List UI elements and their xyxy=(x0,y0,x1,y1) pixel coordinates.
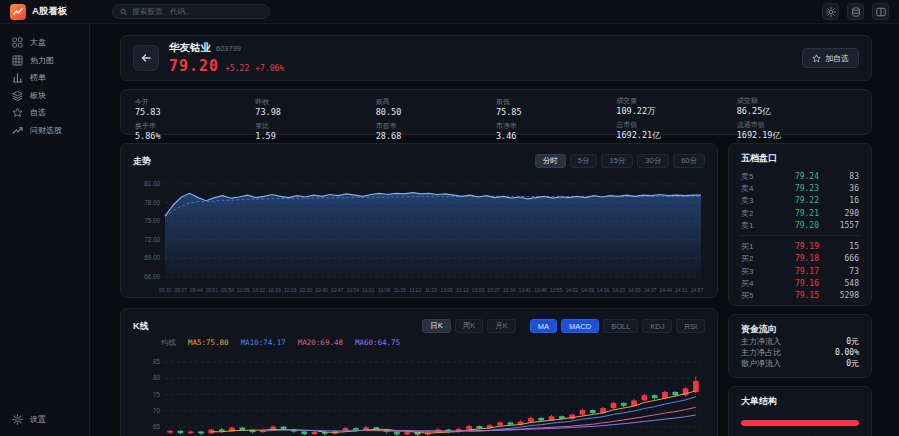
stat-value: 3.46 xyxy=(496,131,616,141)
svg-text:75: 75 xyxy=(153,391,161,398)
app-root: A股看板 大盘 热力图 xyxy=(0,0,899,436)
topbar: A股看板 xyxy=(0,0,899,24)
sidebar-item-settings[interactable]: 设置 xyxy=(0,411,89,429)
layers-icon xyxy=(12,90,23,101)
trending-up-icon xyxy=(12,125,23,136)
fundflow-card: 资金流向 主力净流入0元 主力净占比0.00% 散户净流入0元 xyxy=(728,314,872,378)
tab-rsi[interactable]: RSI xyxy=(676,319,705,333)
stat-label: 昨收 xyxy=(255,97,375,107)
stat-label: 市盈率 xyxy=(376,121,496,131)
sidebar-item-heatmap[interactable]: 热力图 xyxy=(0,52,89,70)
svg-text:81.00: 81.00 xyxy=(144,180,160,187)
candlestick-chart[interactable]: 8580757065 xyxy=(121,348,717,436)
svg-text:10:40: 10:40 xyxy=(315,287,328,293)
stat-value: 80.50 xyxy=(376,107,496,117)
search-icon xyxy=(120,8,127,16)
svg-text:14:30: 14:30 xyxy=(628,287,641,293)
stat-label: 量比 xyxy=(255,121,375,131)
svg-text:10:19: 10:19 xyxy=(268,287,281,293)
stats-card: 今开75.83 昨收73.98 最高80.50 最低75.85 成交量109.2… xyxy=(120,89,872,135)
grid-icon xyxy=(12,37,23,48)
tab-timeshare[interactable]: 分时 xyxy=(535,154,566,168)
svg-text:13:41: 13:41 xyxy=(519,287,532,293)
svg-text:10:12: 10:12 xyxy=(253,287,266,293)
brand: A股看板 xyxy=(10,4,98,20)
ask-row: 卖579.2483 xyxy=(741,170,859,182)
svg-text:13:20: 13:20 xyxy=(472,287,485,293)
add-watchlist-button[interactable]: 加自选 xyxy=(802,48,859,68)
stat-label: 换手率 xyxy=(135,121,255,131)
stock-code: 603799 xyxy=(216,44,241,53)
sidebar-item-label: 榜单 xyxy=(30,72,46,83)
tab-5min[interactable]: 5分 xyxy=(570,154,598,168)
sidebar-item-watchlist[interactable]: 自选 xyxy=(0,104,89,122)
columns-icon xyxy=(876,7,886,17)
app-logo-icon xyxy=(10,4,26,20)
svg-text:09:44: 09:44 xyxy=(190,287,203,293)
intraday-area-chart[interactable]: 81.0078.0075.0072.0069.0066.0009:3009:37… xyxy=(121,170,717,297)
sidebar: 大盘 热力图 榜单 板块 自选 问财选股 xyxy=(0,24,90,436)
sidebar-item-market[interactable]: 大盘 xyxy=(0,34,89,52)
svg-text:65: 65 xyxy=(153,423,161,430)
fundflow-row: 主力净流入0元 xyxy=(741,336,859,347)
kline-chart-card: K线 日K 周K 月K MA MACD BOLL KDJ RSI xyxy=(120,308,718,436)
stat-label: 今开 xyxy=(135,97,255,107)
svg-text:66.00: 66.00 xyxy=(144,273,160,280)
tab-15min[interactable]: 15分 xyxy=(601,154,633,168)
svg-text:14:23: 14:23 xyxy=(613,287,626,293)
svg-text:14:02: 14:02 xyxy=(566,287,579,293)
ma20-legend-value: MA20:69.48 xyxy=(298,338,343,348)
app-title: A股看板 xyxy=(32,5,67,18)
tab-ma[interactable]: MA xyxy=(530,319,557,333)
svg-text:11:08: 11:08 xyxy=(378,287,390,293)
tab-30min[interactable]: 30分 xyxy=(637,154,669,168)
ma10-legend-value: MA10:74.17 xyxy=(241,338,286,348)
ask-row: 卖179.201557 xyxy=(741,219,859,231)
data-source-button[interactable] xyxy=(847,3,864,20)
sun-icon xyxy=(826,7,836,17)
tab-daily-k[interactable]: 日K xyxy=(422,319,451,333)
bid-row: 买379.1773 xyxy=(741,265,859,277)
theme-toggle-button[interactable] xyxy=(822,3,839,20)
sidebar-item-sectors[interactable]: 板块 xyxy=(0,87,89,105)
svg-text:14:51: 14:51 xyxy=(675,287,688,293)
tab-weekly-k[interactable]: 周K xyxy=(455,319,484,333)
layout-button[interactable] xyxy=(872,3,889,20)
svg-text:70: 70 xyxy=(153,407,161,414)
tab-boll[interactable]: BOLL xyxy=(603,319,638,333)
ma5-legend-value: MA5:75.80 xyxy=(188,338,229,348)
bid-row: 买479.16548 xyxy=(741,277,859,289)
svg-text:11:15: 11:15 xyxy=(394,287,406,293)
svg-text:14:57: 14:57 xyxy=(691,287,704,293)
sidebar-item-rankings[interactable]: 榜单 xyxy=(0,69,89,87)
tab-kdj[interactable]: KDJ xyxy=(642,319,672,333)
database-icon xyxy=(851,7,861,17)
sidebar-item-stock-screener[interactable]: 问财选股 xyxy=(0,122,89,140)
search-input[interactable] xyxy=(132,7,262,16)
trend-title: 走势 xyxy=(133,155,151,168)
fundflow-title: 资金流向 xyxy=(741,323,859,336)
ask-row: 卖479.2336 xyxy=(741,182,859,194)
stock-header-card: 华友钴业603799 79.20+5.22+7.06% 加自选 xyxy=(120,35,872,81)
stat-value: 28.68 xyxy=(376,131,496,141)
ask-row: 卖279.21290 xyxy=(741,207,859,219)
bid-row: 买279.18666 xyxy=(741,253,859,265)
ask-row: 卖379.2216 xyxy=(741,195,859,207)
orderbook-divider xyxy=(741,235,859,236)
star-icon xyxy=(12,107,23,118)
svg-text:80: 80 xyxy=(153,374,161,381)
bid-row: 买579.155298 xyxy=(741,290,859,302)
svg-text:10:26: 10:26 xyxy=(284,287,297,293)
back-button[interactable] xyxy=(133,45,159,71)
sidebar-item-label: 大盘 xyxy=(30,37,46,48)
tab-macd[interactable]: MACD xyxy=(561,319,599,333)
svg-text:13:48: 13:48 xyxy=(534,287,547,293)
stat-label: 最低 xyxy=(496,97,616,107)
fundflow-row: 主力净占比0.00% xyxy=(741,347,859,358)
tab-60min[interactable]: 60分 xyxy=(673,154,705,168)
stat-label: 成交额 xyxy=(737,96,857,106)
svg-text:11:29: 11:29 xyxy=(425,287,437,293)
search-box[interactable] xyxy=(112,4,270,19)
tab-monthly-k[interactable]: 月K xyxy=(487,319,516,333)
topbar-actions xyxy=(822,3,889,20)
